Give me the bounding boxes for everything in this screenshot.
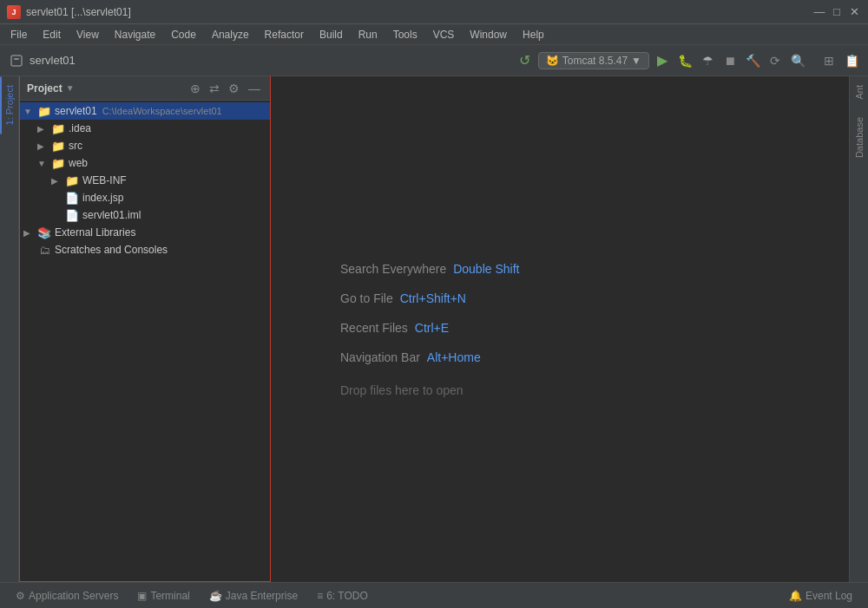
bottom-tab-todo[interactable]: ≡ 6: TODO xyxy=(308,586,377,605)
project-window-button[interactable]: ⊞ xyxy=(819,51,838,70)
java-enterprise-label: Java Enterprise xyxy=(226,590,298,602)
toolbar: servlet01 ↺ 🐱 Tomcat 8.5.47 ▼ ▶ 🐛 ☂ ⏹ 🔨 … xyxy=(0,45,868,76)
bottom-tab-event-log[interactable]: 🔔 Event Log xyxy=(780,586,861,605)
project-panel-title: Project ▼ xyxy=(27,82,75,95)
project-panel-chevron-icon: ▼ xyxy=(66,83,75,93)
tree-label-servlet01-iml: servlet01.iml xyxy=(82,209,141,221)
bottom-bar: ⚙ Application Servers ▣ Terminal ☕ Java … xyxy=(0,582,868,608)
folder-icon-webinf: 📁 xyxy=(65,173,79,187)
tomcat-selector[interactable]: 🐱 Tomcat 8.5.47 ▼ xyxy=(538,52,649,69)
shortcut-key-search: Double Shift xyxy=(453,262,519,276)
run-button[interactable]: ▶ xyxy=(653,51,672,70)
shortcut-key-recentfiles: Ctrl+E xyxy=(415,321,449,335)
arrow-webinf: ▶ xyxy=(51,176,65,186)
tree-item-src[interactable]: ▶ 📁 src xyxy=(20,137,270,154)
close-button[interactable]: ✕ xyxy=(847,5,861,19)
stop-button[interactable]: ⏹ xyxy=(720,51,740,70)
menu-navigate[interactable]: Navigate xyxy=(108,27,162,42)
sync-project-button[interactable]: ⟳ xyxy=(766,51,785,70)
application-servers-label: Application Servers xyxy=(29,590,118,602)
menu-file[interactable]: File xyxy=(3,27,34,42)
shortcut-recent-files: Recent Files Ctrl+E xyxy=(340,321,449,335)
menu-view[interactable]: View xyxy=(69,27,106,42)
debug-button[interactable]: 🐛 xyxy=(675,51,694,70)
tree-item-web[interactable]: ▼ 📁 web xyxy=(20,154,270,172)
shortcut-label-gotofile: Go to File xyxy=(340,291,393,305)
bottom-tab-application-servers[interactable]: ⚙ Application Servers xyxy=(7,586,127,605)
project-name: servlet01 xyxy=(30,54,76,67)
tree-label-external-libraries: External Libraries xyxy=(55,226,135,239)
main-area: 1: Project Project ▼ ⊕ ⇄ ⚙ — ▼ 📁 servlet… xyxy=(0,76,868,582)
add-item-button[interactable]: ⊕ xyxy=(187,81,203,96)
shortcut-key-navbar: Alt+Home xyxy=(427,350,481,364)
project-panel: Project ▼ ⊕ ⇄ ⚙ — ▼ 📁 servlet01 C:\IdeaW… xyxy=(19,76,271,582)
tree-item-scratches[interactable]: 🗂 Scratches and Consoles xyxy=(20,241,270,258)
folder-icon-servlet01: 📁 xyxy=(37,104,51,118)
title-bar-left: J servlet01 [...\servlet01] xyxy=(7,5,131,19)
search-everywhere-toolbar[interactable]: 🔍 xyxy=(788,51,807,70)
event-log-icon: 🔔 xyxy=(789,590,802,602)
hide-panel-button[interactable]: — xyxy=(246,81,263,96)
tomcat-label: Tomcat 8.5.47 xyxy=(562,55,628,67)
menu-build[interactable]: Build xyxy=(312,27,350,42)
tree-label-webinf: WEB-INF xyxy=(82,174,127,186)
minimize-button[interactable]: — xyxy=(812,5,826,19)
shortcut-go-to-file: Go to File Ctrl+Shift+N xyxy=(340,291,466,305)
app-logo: J xyxy=(7,5,21,19)
tree-label-index-jsp: index.jsp xyxy=(82,192,123,204)
menu-code[interactable]: Code xyxy=(164,27,203,42)
toolbar-right: ↺ 🐱 Tomcat 8.5.47 ▼ ▶ 🐛 ☂ ⏹ 🔨 ⟳ 🔍 ⊞ 📋 xyxy=(516,51,861,70)
tree-item-index-jsp[interactable]: 📄 index.jsp xyxy=(20,189,270,206)
sync-icon[interactable]: ↺ xyxy=(516,51,535,70)
drop-files-text: Drop files here to open xyxy=(340,383,464,397)
tree-item-servlet01[interactable]: ▼ 📁 servlet01 C:\IdeaWorkspace\servlet01 xyxy=(20,102,270,120)
tree-path-servlet01: C:\IdeaWorkspace\servlet01 xyxy=(102,106,222,116)
tree-item-idea[interactable]: ▶ 📁 .idea xyxy=(20,120,270,137)
todo-icon: ≡ xyxy=(317,590,323,602)
menu-tools[interactable]: Tools xyxy=(386,27,424,42)
sidebar-tab-project[interactable]: 1: Project xyxy=(0,76,18,134)
settings-button[interactable]: ⚙ xyxy=(226,81,242,96)
right-sidebar: Ant Database xyxy=(849,76,868,582)
menu-bar: File Edit View Navigate Code Analyze Ref… xyxy=(0,24,868,45)
folder-icon-src: 📁 xyxy=(51,139,65,153)
title-bar-title: servlet01 [...\servlet01] xyxy=(26,6,131,18)
shortcut-navigation-bar: Navigation Bar Alt+Home xyxy=(340,350,481,364)
menu-edit[interactable]: Edit xyxy=(36,27,68,42)
shortcut-search-everywhere: Search Everywhere Double Shift xyxy=(340,262,519,276)
shortcut-key-gotofile: Ctrl+Shift+N xyxy=(400,291,466,305)
project-panel-title-text: Project xyxy=(27,82,62,95)
menu-vcs[interactable]: VCS xyxy=(426,27,462,42)
shortcut-label-search: Search Everywhere xyxy=(340,262,446,276)
icon-scratches: 🗂 xyxy=(37,243,51,257)
arrow-web: ▼ xyxy=(37,159,51,168)
terminal-label: Terminal xyxy=(150,590,189,602)
far-left-sidebar: 1: Project xyxy=(0,76,19,582)
arrow-external-libraries: ▶ xyxy=(23,228,37,238)
shortcut-label-navbar: Navigation Bar xyxy=(340,350,420,364)
tree-label-web: web xyxy=(69,157,88,169)
menu-help[interactable]: Help xyxy=(516,27,551,42)
title-bar: J servlet01 [...\servlet01] — □ ✕ xyxy=(0,0,868,24)
application-servers-icon: ⚙ xyxy=(16,590,25,602)
tree-label-idea: .idea xyxy=(69,122,91,134)
vcs-button[interactable]: 📋 xyxy=(842,51,861,70)
bottom-tab-terminal[interactable]: ▣ Terminal xyxy=(128,586,198,605)
build-button[interactable]: 🔨 xyxy=(743,51,762,70)
svg-rect-0 xyxy=(11,56,22,66)
menu-analyze[interactable]: Analyze xyxy=(205,27,256,42)
tree-item-external-libraries[interactable]: ▶ 📚 External Libraries xyxy=(20,224,270,241)
maximize-button[interactable]: □ xyxy=(830,5,844,19)
coverage-button[interactable]: ☂ xyxy=(698,51,717,70)
bottom-tab-java-enterprise[interactable]: ☕ Java Enterprise xyxy=(201,586,306,605)
content-area: Search Everywhere Double Shift Go to Fil… xyxy=(271,76,849,582)
event-log-label: Event Log xyxy=(806,590,852,602)
menu-run[interactable]: Run xyxy=(352,27,385,42)
menu-refactor[interactable]: Refactor xyxy=(258,27,311,42)
sidebar-tab-ant[interactable]: Ant xyxy=(852,76,867,108)
tree-item-servlet01-iml[interactable]: 📄 servlet01.iml xyxy=(20,206,270,224)
menu-window[interactable]: Window xyxy=(463,27,514,42)
sidebar-tab-database[interactable]: Database xyxy=(852,108,867,167)
collapse-all-button[interactable]: ⇄ xyxy=(207,81,222,96)
tree-item-webinf[interactable]: ▶ 📁 WEB-INF xyxy=(20,172,270,189)
